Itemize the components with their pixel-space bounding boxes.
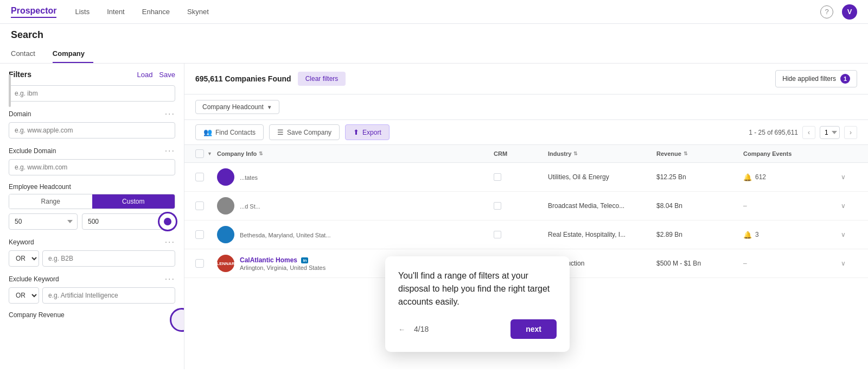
crm-box-1 <box>494 173 501 181</box>
export-button[interactable]: ⬆ Export <box>345 124 390 140</box>
domain-section <box>9 85 175 102</box>
page-select[interactable]: 1 <box>820 126 840 139</box>
bell-icon-1: 🔔 <box>743 173 752 181</box>
company-location-4: Arlington, Virginia, United States <box>240 264 326 271</box>
row-checkbox-4[interactable] <box>195 259 204 268</box>
avatar[interactable]: V <box>842 4 857 20</box>
headcount-toggle: Range Custom <box>9 194 175 209</box>
expand-icon-2[interactable]: ∨ <box>841 202 857 210</box>
clear-filters-button[interactable]: Clear filters <box>298 72 346 86</box>
save-company-button[interactable]: ☰ Save Company <box>269 124 340 140</box>
exclude-keyword-filter: Exclude Keyword ··· OR <box>9 274 175 304</box>
nav-items: Lists Intent Enhance Skynet <box>74 8 209 16</box>
company-info-2: ...d St... <box>240 203 260 210</box>
domain-dots[interactable]: ··· <box>165 109 175 119</box>
filters-label: Filters <box>9 70 31 79</box>
check-dropdown[interactable]: ▼ <box>207 151 212 156</box>
company-cell-3: Bethesda, Maryland, United Stat... <box>217 226 494 243</box>
hide-filters-button[interactable]: Hide applied filters 1 <box>775 70 857 87</box>
keyword-or-select[interactable]: OR <box>9 250 39 267</box>
action-row: 👥 Find Contacts ☰ Save Company ⬆ Export … <box>184 120 868 145</box>
save-button[interactable]: Save <box>159 71 175 79</box>
keyword-input[interactable] <box>42 250 175 267</box>
help-icon[interactable]: ? <box>820 5 833 18</box>
exclude-domain-input[interactable] <box>9 159 175 175</box>
domain-partial-input[interactable] <box>9 85 175 102</box>
row-checkbox-3[interactable] <box>195 230 204 239</box>
industry-cell-3: Real Estate, Hospitality, I... <box>548 231 656 238</box>
company-logo-4: LENNAR <box>217 255 234 272</box>
expand-icon-4[interactable]: ∨ <box>841 260 857 267</box>
range-dot <box>164 218 171 225</box>
load-button[interactable]: Load <box>137 71 152 79</box>
tab-contact[interactable]: Contact <box>11 45 44 63</box>
nav-item-intent[interactable]: Intent <box>106 8 126 16</box>
top-nav: Prospector Lists Intent Enhance Skynet ?… <box>0 0 868 24</box>
nav-right: ? V <box>820 4 857 20</box>
company-location-1: ...tates <box>240 174 258 181</box>
events-cell-2: – <box>743 202 841 210</box>
row-checkbox-1[interactable] <box>195 173 204 181</box>
exclude-domain-label: Exclude Domain ··· <box>9 146 175 156</box>
content-area: 695,611 Companies Found Clear filters Hi… <box>184 64 868 369</box>
company-logo-2 <box>217 197 234 215</box>
prev-page[interactable]: ‹ <box>802 126 815 139</box>
revenue-filter: Company Revenue <box>9 311 175 319</box>
industry-sort-icon[interactable]: ⇅ <box>573 151 578 156</box>
tooltip-popup: You'll find a range of filters at your d… <box>385 256 570 352</box>
exclude-keyword-row: OR <box>9 287 175 304</box>
range-toggle[interactable]: Range <box>9 194 92 209</box>
check-all-checkbox[interactable] <box>195 149 204 158</box>
tooltip-back-button[interactable]: ← <box>398 325 405 333</box>
company-location-2: ...d St... <box>240 203 260 210</box>
revenue-sort-icon[interactable]: ⇅ <box>684 151 688 156</box>
expand-icon-3[interactable]: ∨ <box>841 231 857 238</box>
table-header: ▼ Company Info ⇅ CRM Industry ⇅ Revenue … <box>184 145 868 163</box>
expand-icon-1[interactable]: ∨ <box>841 173 857 181</box>
exclude-keyword-input[interactable] <box>42 287 175 304</box>
range-circle[interactable] <box>158 212 177 231</box>
th-crm: CRM <box>494 149 548 158</box>
company-logo-1 <box>217 168 234 186</box>
next-page[interactable]: › <box>844 126 857 139</box>
keyword-label: Keyword ··· <box>9 237 175 247</box>
row-checkbox-2[interactable] <box>195 201 204 210</box>
domain-label: Domain ··· <box>9 109 175 119</box>
nav-brand[interactable]: Prospector <box>11 6 56 18</box>
tab-company[interactable]: Company <box>53 45 93 63</box>
revenue-cell-4: $500 M - $1 Bn <box>656 260 743 267</box>
events-cell-4: – <box>743 260 841 267</box>
filter-chips-row: Company Headcount ▼ <box>184 94 868 120</box>
custom-toggle[interactable]: Custom <box>92 194 175 209</box>
filters-header: Filters Load Save <box>9 70 175 79</box>
company-cell-1: ...tates <box>217 168 494 186</box>
pagination: 1 - 25 of 695,611 ‹ 1 › <box>749 126 857 139</box>
exclude-domain-dots[interactable]: ··· <box>165 146 175 156</box>
chip-arrow-icon: ▼ <box>267 104 272 110</box>
nav-item-lists[interactable]: Lists <box>74 8 91 16</box>
results-header: 695,611 Companies Found Clear filters Hi… <box>184 64 868 94</box>
th-checkbox: ▼ <box>195 149 217 158</box>
tooltip-next-button[interactable]: next <box>510 319 557 339</box>
domain-input[interactable] <box>9 122 175 138</box>
nav-item-skynet[interactable]: Skynet <box>186 8 210 16</box>
filters-actions: Load Save <box>137 71 175 79</box>
crm-cell-2 <box>494 202 548 210</box>
nav-item-enhance[interactable]: Enhance <box>141 8 171 16</box>
back-arrow-icon: ← <box>398 325 405 333</box>
th-revenue: Revenue ⇅ <box>656 149 743 158</box>
headcount-chip[interactable]: Company Headcount ▼ <box>195 100 279 114</box>
revenue-cell-2: $8.04 Bn <box>656 202 743 210</box>
scroll-indicator <box>9 74 11 107</box>
exclude-keyword-or-select[interactable]: OR <box>9 287 39 304</box>
crm-box-3 <box>494 231 501 238</box>
keyword-dots[interactable]: ··· <box>165 237 175 247</box>
exclude-keyword-dots[interactable]: ··· <box>165 274 175 284</box>
company-cell-2: ...d St... <box>217 197 494 215</box>
from-select[interactable]: 50 <box>9 213 78 230</box>
save-company-icon: ☰ <box>277 128 284 136</box>
company-name-4[interactable]: CalAtlantic Homes in <box>240 256 326 264</box>
results-count: 695,611 Companies Found <box>195 74 291 83</box>
find-contacts-button[interactable]: 👥 Find Contacts <box>195 124 264 140</box>
company-sort-icon[interactable]: ⇅ <box>259 151 263 156</box>
